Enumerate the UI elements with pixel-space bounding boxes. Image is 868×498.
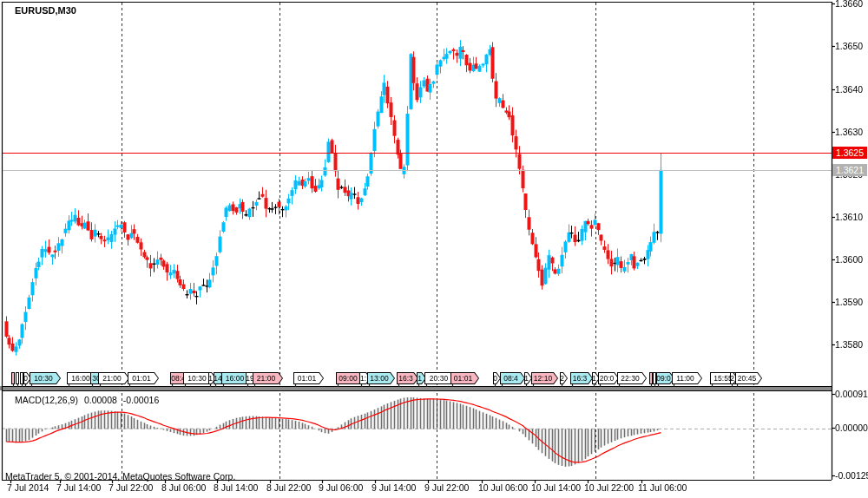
event-badge-time: 16:00 [221,373,248,383]
event-badge-time: 09:0 [656,373,671,383]
time-axis-label[interactable]: 8 Jul 22:00 [266,483,311,493]
event-badge-time: 01:01 [128,373,155,383]
price-chart-canvas[interactable] [0,0,868,498]
macd-axis-label: 0.00091 [835,390,868,399]
event-time-badge[interactable]: 16:3 [397,372,418,384]
event-badge-time: 10:30 [183,373,211,383]
event-marker-badge[interactable] [20,372,23,384]
symbol-period-label: EURUSD,M30 [15,5,76,16]
event-badge-time: 01:01 [450,373,476,383]
event-badge-time: 10:30 [30,373,57,383]
event-badge-time: 13:00 [367,373,391,383]
event-badge-time: 14 [214,373,222,383]
time-axis-label[interactable]: 9 Jul 06:00 [319,483,363,493]
event-badge-time: 0 [493,373,497,383]
event-badge-time: 2 [730,373,734,383]
event-time-badge[interactable]: 10:30 [30,372,61,384]
macd-indicator-name: MACD(12,26,9) [15,395,78,405]
metatrader-chart-window: EURUSD,M30 1.36601.36501.36401.36301.362… [0,0,868,498]
macd-axis-label: 0.00000 [835,423,868,433]
event-badge-time: 2 [560,373,564,383]
time-axis-label[interactable]: 10 Jul 22:00 [584,483,634,493]
price-axis-label: 1.3660 [835,0,863,9]
price-axis-label: 1.3580 [835,340,863,350]
time-axis-label[interactable]: 8 Jul 06:00 [161,483,206,493]
event-time-badge[interactable]: 11:00 [672,372,702,384]
event-time-badge[interactable]: 08:4 [500,372,525,384]
event-time-badge[interactable]: 01:01 [128,372,159,384]
event-time-badge[interactable]: 22:30 [617,372,647,384]
event-time-badge[interactable]: 21:00 [98,372,129,384]
event-badge-time: 20:30 [424,373,453,383]
event-badge-time: 0 [23,373,28,383]
event-badge-time: 1 [208,373,213,383]
price-axis-label: 1.3640 [835,85,863,95]
event-badge-time: 21:00 [253,373,279,383]
event-time-badge[interactable]: 01:01 [293,372,324,384]
event-marker-badge[interactable] [16,372,19,384]
time-axis-label[interactable]: 7 Jul 22:00 [108,483,153,493]
event-badge-time: 11:00 [672,373,699,383]
event-badge-time: 20:45 [735,373,759,383]
copyright-text: MetaTrader 5, © 2001-2014, MetaQuotes So… [5,471,235,482]
time-axis-label[interactable]: 7 Jul 2014 [7,483,49,493]
event-time-badge[interactable]: 12:10 [531,372,558,384]
price-axis-label: 1.3630 [835,128,863,137]
event-badge-time: 16:3 [570,373,589,383]
event-badge-time: 16:3 [397,373,415,383]
time-axis-label[interactable]: 10 Jul 14:00 [531,483,581,493]
price-axis-label: 1.3590 [835,298,863,307]
macd-main-value: 0.00008 [84,395,117,405]
event-time-badge[interactable]: 01:01 [450,372,479,384]
price-axis-label: 1.3650 [835,42,863,51]
time-axis-label[interactable]: 7 Jul 14:00 [56,483,101,493]
event-badge-time: 08:4 [500,373,522,383]
current-price-badge-gray: 1.3621 [832,164,867,176]
macd-signal-value: -0.00016 [123,395,159,405]
event-time-badge[interactable]: 21:00 [253,372,283,384]
macd-axis-label: -0.00125 [835,471,868,481]
time-axis-label[interactable]: 10 Jul 06:00 [478,483,528,493]
time-axis-label[interactable]: 11 Jul 06:00 [638,483,687,493]
price-axis-label: 1.3600 [835,255,863,265]
horizontal-line-price-badge-red: 1.3625 [832,147,867,159]
event-badge-time: 1 [417,373,423,383]
event-marker-badge[interactable] [11,372,15,384]
event-time-badge[interactable]: 13:00 [367,372,395,384]
time-axis-label[interactable]: 9 Jul 22:00 [424,483,469,493]
event-marker-badge[interactable] [653,372,656,384]
macd-indicator-label: MACD(12,26,9) 0.00008 -0.00016 [15,395,162,405]
event-badge-time: 22:30 [617,373,643,383]
event-badge-time: 21:00 [98,373,126,383]
event-badge-time: 12:10 [531,373,555,383]
price-axis-label: 1.3610 [835,213,863,222]
time-axis-label[interactable]: 8 Jul 14:00 [214,483,258,493]
event-badge-time: 20:0 [598,373,615,383]
event-time-badge[interactable]: 20:45 [735,372,762,384]
event-badge-time: 1 [524,373,529,383]
event-badge-time: 09:00 [336,373,360,383]
time-axis-label[interactable]: 9 Jul 14:00 [372,483,416,493]
event-time-badge[interactable]: 20:0 [598,372,619,384]
event-badge-time: 1 [592,373,596,383]
event-time-badge[interactable]: 16:3 [570,372,593,384]
event-badge-time: 01:01 [293,373,320,383]
event-badge-time: 1: [359,373,367,383]
